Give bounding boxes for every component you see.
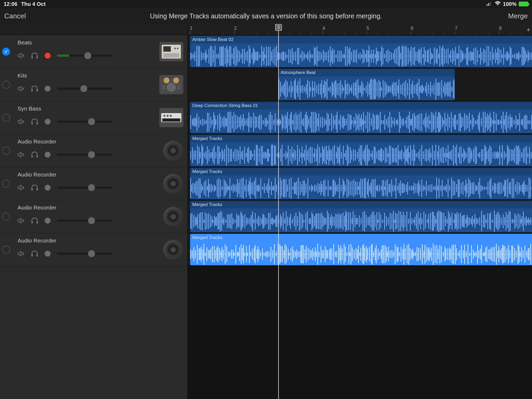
instrument-thumbnail[interactable] xyxy=(163,174,183,194)
track-select-circle[interactable] xyxy=(2,114,10,122)
track-row[interactable]: Audio Recorder xyxy=(0,233,188,266)
timeline-ruler[interactable]: + 12345678 xyxy=(188,24,532,35)
playhead-marker[interactable]: 3 xyxy=(275,24,282,31)
svg-rect-746 xyxy=(226,145,227,165)
region-row[interactable]: Merged Tracks xyxy=(188,233,532,266)
record-button[interactable] xyxy=(45,185,51,191)
audio-region[interactable]: Merged Tracks xyxy=(190,135,532,166)
mute-icon[interactable] xyxy=(18,250,24,257)
region-row[interactable]: Deep Connection String Bass 01 xyxy=(188,101,532,134)
merge-button[interactable]: Merge xyxy=(508,12,528,20)
region-row[interactable]: Amber Slow Beat 02 xyxy=(188,35,532,68)
mute-icon[interactable] xyxy=(18,118,24,125)
volume-slider[interactable] xyxy=(57,253,113,255)
track-row[interactable]: Audio Recorder xyxy=(0,134,188,167)
timeline[interactable]: + 12345678 Amber Slow Beat 02Atmosphere … xyxy=(188,24,532,399)
record-button[interactable] xyxy=(45,53,51,59)
headphones-icon[interactable] xyxy=(31,52,38,59)
headphones-icon[interactable] xyxy=(31,85,38,92)
svg-rect-1188 xyxy=(463,182,463,195)
track-select-circle[interactable]: ✓ xyxy=(2,48,10,56)
record-button[interactable] xyxy=(45,86,51,92)
svg-rect-1576 xyxy=(217,248,217,261)
audio-region[interactable]: Deep Connection String Bass 01 xyxy=(190,102,532,133)
track-row[interactable]: Syn Bass xyxy=(0,101,188,134)
headphones-icon[interactable] xyxy=(31,184,38,191)
track-select-circle[interactable] xyxy=(2,180,10,188)
mute-icon[interactable] xyxy=(18,85,24,92)
track-select-circle[interactable] xyxy=(2,246,10,254)
volume-slider[interactable] xyxy=(57,88,113,90)
headphones-icon[interactable] xyxy=(31,118,38,125)
playhead[interactable]: 3 xyxy=(278,24,279,399)
track-select-circle[interactable] xyxy=(2,147,10,155)
instrument-thumbnail[interactable] xyxy=(159,75,183,94)
instrument-thumbnail[interactable] xyxy=(163,141,183,161)
svg-rect-1349 xyxy=(289,217,290,225)
audio-region[interactable]: Merged Tracks xyxy=(190,234,532,265)
track-select-circle[interactable] xyxy=(2,213,10,221)
svg-rect-652 xyxy=(497,120,498,125)
volume-thumb[interactable] xyxy=(88,184,95,191)
volume-thumb[interactable] xyxy=(88,151,95,158)
svg-rect-1623 xyxy=(286,246,287,262)
svg-rect-651 xyxy=(496,114,497,131)
record-button[interactable] xyxy=(45,152,51,158)
audio-region[interactable]: Amber Slow Beat 02 xyxy=(190,36,532,67)
volume-thumb[interactable] xyxy=(84,52,91,59)
volume-thumb[interactable] xyxy=(88,118,95,125)
svg-rect-761 xyxy=(250,150,251,160)
region-row[interactable]: Merged Tracks xyxy=(188,167,532,200)
track-select-circle[interactable] xyxy=(2,81,10,89)
audio-region[interactable]: Merged Tracks xyxy=(190,201,532,232)
track-row[interactable]: ✓Beats xyxy=(0,35,188,68)
svg-rect-343 xyxy=(310,87,311,91)
volume-thumb[interactable] xyxy=(80,85,87,92)
audio-region[interactable]: Merged Tracks xyxy=(190,168,532,199)
volume-thumb[interactable] xyxy=(88,250,95,257)
track-row[interactable]: Kits xyxy=(0,68,188,101)
mute-icon[interactable] xyxy=(18,217,24,224)
region-row[interactable]: Merged Tracks xyxy=(188,200,532,233)
svg-rect-950 xyxy=(523,148,524,162)
record-button[interactable] xyxy=(45,251,51,257)
volume-slider[interactable] xyxy=(57,55,113,57)
record-button[interactable] xyxy=(45,119,51,125)
volume-slider[interactable] xyxy=(57,121,113,123)
mute-icon[interactable] xyxy=(18,151,24,158)
volume-slider[interactable] xyxy=(57,154,113,156)
mute-icon[interactable] xyxy=(18,52,24,59)
headphones-icon[interactable] xyxy=(31,151,38,158)
region-row[interactable]: Merged Tracks xyxy=(188,134,532,167)
svg-rect-1082 xyxy=(303,180,304,196)
svg-rect-741 xyxy=(219,146,219,164)
instrument-thumbnail[interactable] xyxy=(159,108,183,127)
audio-region[interactable]: Atmosphere Beat xyxy=(278,69,455,100)
svg-rect-1127 xyxy=(371,183,371,194)
instrument-thumbnail[interactable] xyxy=(163,240,183,260)
volume-slider[interactable] xyxy=(57,220,113,222)
add-section-button[interactable]: + xyxy=(526,26,530,34)
record-button[interactable] xyxy=(45,218,51,224)
mute-icon[interactable] xyxy=(18,184,24,191)
headphones-icon[interactable] xyxy=(31,217,38,224)
svg-rect-95 xyxy=(264,47,264,65)
headphones-icon[interactable] xyxy=(31,250,38,257)
svg-rect-817 xyxy=(331,150,332,161)
track-row[interactable]: Audio Recorder xyxy=(0,200,188,233)
volume-thumb[interactable] xyxy=(88,217,95,224)
svg-rect-1436 xyxy=(422,218,422,224)
cancel-button[interactable]: Cancel xyxy=(4,12,26,20)
svg-rect-1679 xyxy=(366,246,367,262)
instrument-thumbnail[interactable] xyxy=(159,42,183,61)
svg-rect-1228 xyxy=(523,183,523,194)
region-row[interactable]: Atmosphere Beat xyxy=(188,68,532,101)
volume-slider[interactable] xyxy=(57,187,113,189)
svg-rect-953 xyxy=(527,153,528,157)
regions-area[interactable]: Amber Slow Beat 02Atmosphere BeatDeep Co… xyxy=(188,35,532,266)
svg-rect-1599 xyxy=(249,245,250,263)
svg-rect-101 xyxy=(273,49,273,63)
instrument-thumbnail[interactable] xyxy=(163,207,183,227)
track-row[interactable]: Audio Recorder xyxy=(0,167,188,200)
svg-rect-674 xyxy=(528,120,529,124)
